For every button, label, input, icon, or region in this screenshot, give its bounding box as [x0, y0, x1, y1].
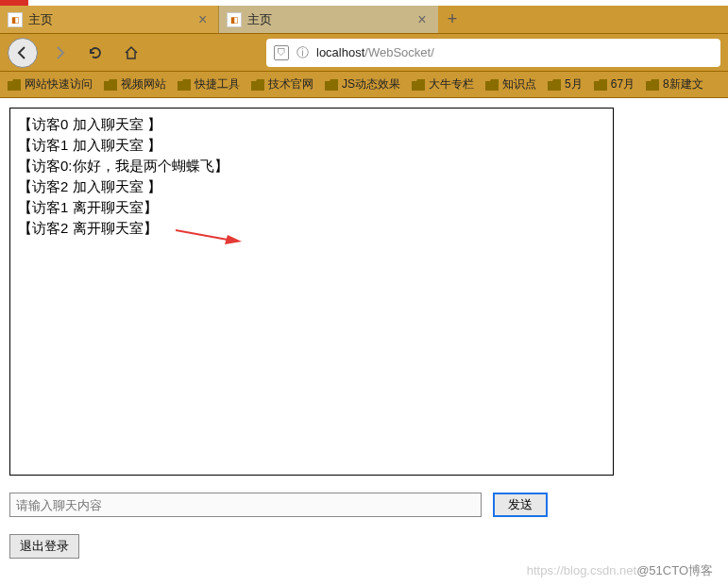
add-tab-button[interactable]: +: [438, 9, 467, 29]
favicon-icon: ◧: [8, 12, 23, 27]
chat-message: 【访客0 加入聊天室 】: [18, 114, 605, 135]
chat-message: 【访客1 离开聊天室】: [18, 197, 605, 218]
folder-icon: [104, 79, 117, 91]
bookmark-bar: 网站快速访问 视频网站 快捷工具 技术官网 JS动态效果 大牛专栏 知识点 5月…: [0, 72, 728, 98]
watermark-text: https://blog.csdn.net@51CTO博客: [527, 562, 713, 579]
folder-icon: [412, 79, 425, 91]
chat-message: 【访客1 加入聊天室 】: [18, 135, 605, 156]
logout-button[interactable]: 退出登录: [9, 534, 79, 559]
svg-marker-1: [225, 235, 242, 244]
url-text: localhost/WebSocket/: [316, 45, 434, 59]
back-button[interactable]: [8, 38, 38, 68]
chat-message: 【访客2 加入聊天室 】: [18, 176, 605, 197]
shield-icon[interactable]: ⛉: [274, 45, 289, 60]
favicon-icon: ◧: [227, 12, 242, 27]
bookmark-item[interactable]: 67月: [594, 76, 635, 92]
bookmark-item[interactable]: 视频网站: [104, 76, 166, 92]
page-content: 【访客0 加入聊天室 】 【访客1 加入聊天室 】 【访客0:你好，我是两个蝴蝶…: [0, 98, 728, 568]
close-icon[interactable]: ×: [414, 11, 430, 28]
send-button[interactable]: 发送: [493, 493, 548, 517]
chat-log-box: 【访客0 加入聊天室 】 【访客1 加入聊天室 】 【访客0:你好，我是两个蝴蝶…: [9, 108, 614, 476]
folder-icon: [251, 79, 264, 91]
folder-icon: [325, 79, 338, 91]
bookmark-item[interactable]: 技术官网: [251, 76, 313, 92]
chat-message: 【访客0:你好，我是两个蝴蝶飞】: [18, 156, 605, 176]
folder-icon: [8, 79, 21, 91]
browser-tab-bar: ◧ 主页 × ◧ 主页 × +: [0, 6, 728, 34]
bookmark-item[interactable]: 网站快速访问: [8, 76, 93, 92]
folder-icon: [178, 79, 191, 91]
browser-nav-bar: ⛉ ⓘ localhost/WebSocket/: [0, 34, 728, 72]
bookmark-item[interactable]: 8新建文: [646, 76, 703, 92]
forward-button[interactable]: [45, 39, 74, 67]
bookmark-item[interactable]: 知识点: [485, 76, 536, 92]
bookmark-item[interactable]: JS动态效果: [325, 76, 400, 92]
folder-icon: [485, 79, 499, 91]
url-bar[interactable]: ⛉ ⓘ localhost/WebSocket/: [266, 39, 720, 67]
svg-line-0: [176, 230, 228, 240]
tab-title: 主页: [28, 11, 170, 28]
home-button[interactable]: [117, 39, 145, 67]
folder-icon: [548, 79, 561, 91]
folder-icon: [646, 79, 659, 91]
close-icon[interactable]: ×: [195, 11, 211, 28]
chat-message: 【访客2 离开聊天室】: [18, 218, 605, 239]
folder-icon: [594, 79, 607, 91]
browser-tab-active[interactable]: ◧ 主页 ×: [0, 6, 218, 33]
bookmark-item[interactable]: 快捷工具: [178, 76, 240, 92]
chat-input[interactable]: [9, 493, 482, 517]
browser-tab-inactive[interactable]: ◧ 主页 ×: [218, 6, 437, 33]
annotation-arrow-icon: [176, 227, 242, 246]
tab-title: 主页: [247, 11, 389, 28]
bookmark-item[interactable]: 5月: [548, 76, 583, 92]
bookmark-item[interactable]: 大牛专栏: [412, 76, 474, 92]
info-icon[interactable]: ⓘ: [296, 44, 309, 61]
reload-button[interactable]: [81, 39, 110, 67]
chat-input-row: 发送: [9, 493, 719, 517]
